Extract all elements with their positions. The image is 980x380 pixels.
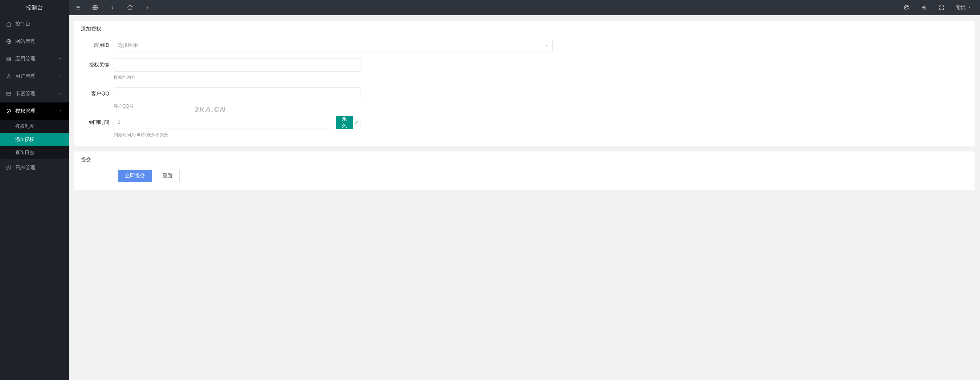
home-site-button[interactable] bbox=[86, 0, 104, 15]
submit-card-title: 提交 bbox=[81, 156, 968, 163]
theme-button[interactable] bbox=[898, 0, 915, 15]
topbar: 无忧 bbox=[69, 0, 980, 15]
nav-label: 卡密管理 bbox=[15, 91, 58, 97]
reset-button[interactable]: 重置 bbox=[156, 170, 180, 182]
card-icon bbox=[6, 91, 12, 97]
auth-key-input[interactable] bbox=[114, 59, 360, 72]
fullscreen-button[interactable] bbox=[933, 0, 950, 15]
shield-icon bbox=[6, 108, 12, 114]
content-area: 添加授权 应用ID 选择应用 授权关键 bbox=[69, 15, 980, 380]
user-menu[interactable]: 无忧 bbox=[950, 0, 976, 15]
form-card: 添加授权 应用ID 选择应用 授权关键 bbox=[75, 21, 975, 146]
check-toggle[interactable] bbox=[353, 116, 360, 129]
svg-rect-1 bbox=[7, 57, 8, 59]
row-app-id: 应用ID 选择应用 bbox=[81, 39, 968, 52]
clock-icon bbox=[6, 165, 12, 171]
expire-help: 到期时间为0时代表永不失效 bbox=[114, 132, 360, 138]
expire-label: 到期时间 bbox=[81, 116, 114, 126]
expire-input[interactable] bbox=[114, 116, 334, 129]
auth-key-label: 授权关键 bbox=[81, 59, 114, 68]
refresh-button[interactable] bbox=[121, 0, 138, 15]
nav-label: 应用管理 bbox=[15, 56, 58, 62]
row-expire: 到期时间 永久 到期时间为0时代表永不失效 bbox=[81, 116, 968, 138]
submit-button[interactable]: 立即提交 bbox=[118, 170, 152, 182]
nav-menu: 控制台 网站管理 应用管理 bbox=[0, 15, 69, 177]
row-auth-key: 授权关键 授权的内容 bbox=[81, 59, 968, 81]
globe-icon bbox=[6, 38, 12, 44]
chevron-down-icon bbox=[544, 43, 549, 48]
user-name: 无忧 bbox=[955, 4, 966, 11]
sidebar: 控制台 控制台 网站管理 应用管理 bbox=[0, 0, 69, 380]
svg-point-11 bbox=[907, 6, 907, 7]
chevron-up-icon bbox=[58, 109, 63, 114]
user-icon bbox=[6, 73, 12, 79]
nav-label: 授权管理 bbox=[15, 108, 58, 115]
auth-key-help: 授权的内容 bbox=[114, 75, 360, 81]
app-id-label: 应用ID bbox=[81, 39, 114, 49]
subnav-auth-add[interactable]: 添加授权 bbox=[0, 133, 69, 146]
svg-rect-3 bbox=[7, 59, 8, 61]
nav-back-button[interactable] bbox=[104, 0, 121, 15]
sidebar-item-site[interactable]: 网站管理 bbox=[0, 33, 69, 50]
svg-point-10 bbox=[906, 6, 906, 7]
svg-point-5 bbox=[8, 75, 10, 76]
chevron-down-icon bbox=[58, 74, 63, 79]
app-id-select[interactable]: 选择应用 bbox=[114, 39, 553, 52]
select-placeholder: 选择应用 bbox=[118, 42, 138, 49]
brand-title: 控制台 bbox=[0, 0, 69, 15]
subnav-auth-list[interactable]: 授权列表 bbox=[0, 120, 69, 133]
collapse-sidebar-button[interactable] bbox=[69, 0, 86, 15]
svg-rect-6 bbox=[6, 92, 11, 95]
permanent-button[interactable]: 永久 bbox=[336, 116, 353, 129]
row-customer-qq: 客户QQ 客户QQ号 bbox=[81, 87, 968, 109]
chevron-down-icon bbox=[58, 39, 63, 44]
customer-qq-input[interactable] bbox=[114, 87, 360, 100]
chevron-down-icon bbox=[58, 91, 63, 96]
nav-label: 控制台 bbox=[15, 21, 63, 27]
customer-qq-label: 客户QQ bbox=[81, 87, 114, 97]
card-title: 添加授权 bbox=[81, 26, 968, 32]
note-button[interactable] bbox=[915, 0, 933, 15]
svg-point-12 bbox=[924, 7, 925, 8]
subnav-auth-log[interactable]: 查询日志 bbox=[0, 146, 69, 159]
grid-icon bbox=[6, 56, 12, 62]
sidebar-item-auth[interactable]: 授权管理 bbox=[0, 102, 69, 120]
svg-rect-2 bbox=[9, 57, 11, 59]
chevron-down-icon bbox=[58, 56, 63, 61]
nav-label: 用户管理 bbox=[15, 73, 58, 80]
svg-rect-4 bbox=[9, 59, 11, 61]
home-icon bbox=[6, 21, 12, 27]
submit-card: 提交 立即提交 重置 bbox=[75, 152, 975, 190]
subnav-auth: 授权列表 添加授权 查询日志 bbox=[0, 120, 69, 159]
nav-label: 日志管理 bbox=[15, 164, 63, 171]
sidebar-item-card[interactable]: 卡密管理 bbox=[0, 85, 69, 102]
svg-point-9 bbox=[905, 7, 905, 8]
nav-forward-button[interactable] bbox=[138, 0, 156, 15]
sidebar-item-app[interactable]: 应用管理 bbox=[0, 50, 69, 67]
sidebar-item-user[interactable]: 用户管理 bbox=[0, 67, 69, 85]
chevron-down-icon bbox=[968, 6, 971, 10]
sidebar-item-log[interactable]: 日志管理 bbox=[0, 159, 69, 177]
sidebar-item-console[interactable]: 控制台 bbox=[0, 15, 69, 33]
main-column: 无忧 添加授权 应用ID 选择应用 bbox=[69, 0, 980, 380]
nav-label: 网站管理 bbox=[15, 38, 58, 45]
customer-qq-help: 客户QQ号 bbox=[114, 103, 360, 109]
